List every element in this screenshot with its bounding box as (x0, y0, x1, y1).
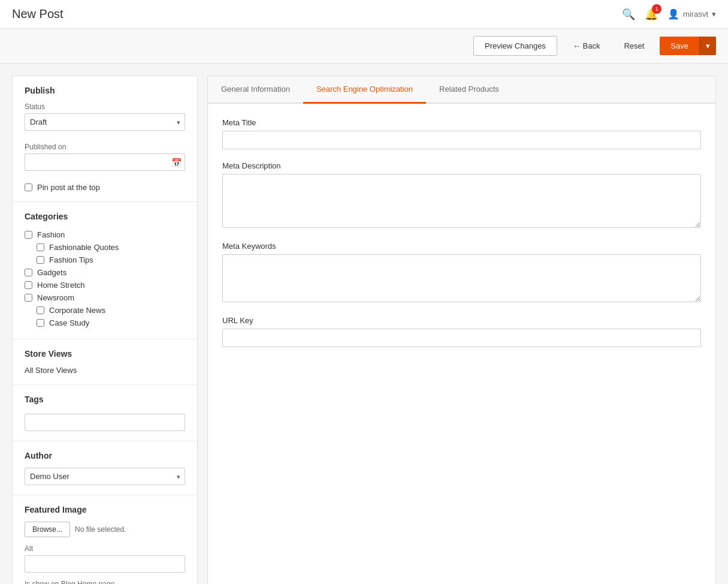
author-select[interactable]: Demo User (25, 468, 185, 485)
top-header: New Post 🔍 🔔 1 👤 mirasvt ▾ (0, 0, 728, 29)
pin-post-label[interactable]: Pin post at the top (37, 183, 100, 192)
store-views-section: Store Views All Store Views (13, 339, 197, 385)
pin-post-row: Pin post at the top (25, 183, 185, 192)
username: mirasvt (683, 10, 708, 19)
save-button[interactable]: Save (660, 37, 699, 55)
author-title: Author (25, 451, 185, 460)
tab-seo[interactable]: Search Engine Optimization (303, 76, 426, 104)
publish-section: Publish Status Draft Published ▾ Publish… (13, 76, 197, 202)
meta-title-label: Meta Title (222, 118, 701, 127)
seo-tab-content: Meta Title Meta Description Meta Keyword… (208, 104, 715, 374)
published-on-label: Published on (25, 143, 185, 151)
meta-description-label: Meta Description (222, 161, 701, 170)
status-label: Status (25, 103, 185, 111)
status-select[interactable]: Draft Published (25, 113, 185, 131)
preview-changes-button[interactable]: Preview Changes (473, 36, 557, 56)
is-show-label: Is show on Blog Home page (25, 580, 185, 584)
url-key-group: URL Key (222, 316, 701, 347)
category-item: Newsroom (25, 291, 185, 304)
page-title: New Post (12, 7, 64, 21)
published-on-wrapper: 📅 (25, 153, 185, 171)
browse-button[interactable]: Browse... (25, 522, 70, 537)
category-checkbox-fashion[interactable] (25, 231, 32, 239)
publish-title: Publish (25, 86, 185, 95)
notification-badge: 1 (652, 4, 661, 14)
back-button[interactable]: ← Back (564, 37, 609, 55)
user-dropdown-arrow: ▾ (712, 10, 716, 19)
categories-section: Categories Fashion Fashionable Quotes Fa… (13, 202, 197, 339)
calendar-icon[interactable]: 📅 (171, 158, 182, 167)
meta-keywords-group: Meta Keywords (222, 242, 701, 304)
category-item: Case Study (25, 317, 185, 329)
store-views-value: All Store Views (25, 366, 185, 375)
is-show-group: Is show on Blog Home page (25, 580, 185, 584)
reset-button[interactable]: Reset (615, 37, 653, 55)
status-select-wrapper: Draft Published ▾ (25, 113, 185, 131)
category-checkbox-home-stretch[interactable] (25, 281, 32, 289)
category-label-fashion-tips: Fashion Tips (49, 255, 93, 264)
save-button-group: Save ▾ (660, 37, 716, 55)
category-checkbox-case-study[interactable] (37, 319, 44, 327)
meta-keywords-textarea[interactable] (222, 254, 701, 302)
author-select-wrapper: Demo User ▾ (25, 468, 185, 485)
tags-input[interactable] (25, 414, 185, 431)
category-label-home-stretch: Home Stretch (37, 281, 84, 290)
categories-title: Categories (25, 212, 185, 221)
tags-section: Tags (13, 385, 197, 441)
user-menu[interactable]: 👤 mirasvt ▾ (667, 8, 716, 20)
status-group: Status Draft Published ▾ (25, 103, 185, 131)
category-checkbox-corporate-news[interactable] (37, 306, 44, 314)
meta-description-textarea[interactable] (222, 174, 701, 228)
tags-title: Tags (25, 395, 185, 404)
category-item: Gadgets (25, 266, 185, 279)
category-label-fashion: Fashion (37, 230, 65, 239)
category-checkbox-fashionable-quotes[interactable] (37, 243, 44, 251)
category-item: Corporate News (25, 304, 185, 317)
category-item: Fashion Tips (25, 254, 185, 266)
store-views-title: Store Views (25, 349, 185, 359)
published-on-group: Published on 📅 (25, 143, 185, 171)
pin-post-checkbox[interactable] (25, 183, 32, 191)
url-key-input[interactable] (222, 329, 701, 347)
alt-group: Alt (25, 544, 185, 573)
meta-title-input[interactable] (222, 131, 701, 149)
category-label-fashionable-quotes: Fashionable Quotes (49, 243, 119, 252)
tab-related-products[interactable]: Related Products (426, 76, 512, 104)
category-label-case-study: Case Study (49, 318, 89, 327)
user-avatar-icon: 👤 (667, 8, 679, 20)
category-item: Fashion (25, 228, 185, 241)
tab-general-information[interactable]: General Information (208, 76, 303, 104)
tabs-bar: General Information Search Engine Optimi… (208, 76, 715, 104)
meta-keywords-label: Meta Keywords (222, 242, 701, 251)
main-layout: Publish Status Draft Published ▾ Publish… (0, 64, 728, 584)
author-section: Author Demo User ▾ (13, 441, 197, 495)
category-label-newsroom: Newsroom (37, 293, 74, 302)
category-checkbox-fashion-tips[interactable] (37, 256, 44, 264)
category-checkbox-gadgets[interactable] (25, 269, 32, 276)
content-area: General Information Search Engine Optimi… (207, 76, 716, 584)
file-input-row: Browse... No file selected. (25, 522, 185, 537)
featured-image-title: Featured Image (25, 505, 185, 514)
meta-description-group: Meta Description (222, 161, 701, 230)
category-label-gadgets: Gadgets (37, 268, 67, 277)
published-on-input[interactable] (25, 153, 185, 171)
alt-label: Alt (25, 544, 185, 553)
category-item: Home Stretch (25, 279, 185, 291)
url-key-label: URL Key (222, 316, 701, 325)
category-checkbox-newsroom[interactable] (25, 294, 32, 302)
search-icon[interactable]: 🔍 (622, 8, 635, 21)
alt-input[interactable] (25, 555, 185, 573)
action-bar: Preview Changes ← Back Reset Save ▾ (0, 29, 728, 64)
featured-image-section: Featured Image Browse... No file selecte… (13, 495, 197, 584)
save-dropdown-button[interactable]: ▾ (699, 37, 716, 55)
sidebar: Publish Status Draft Published ▾ Publish… (12, 76, 198, 584)
category-item: Fashionable Quotes (25, 241, 185, 254)
file-name-text: No file selected. (75, 525, 126, 534)
notification-icon[interactable]: 🔔 1 (645, 8, 658, 21)
meta-title-group: Meta Title (222, 118, 701, 149)
category-label-corporate-news: Corporate News (49, 306, 105, 315)
header-right: 🔍 🔔 1 👤 mirasvt ▾ (622, 8, 716, 21)
